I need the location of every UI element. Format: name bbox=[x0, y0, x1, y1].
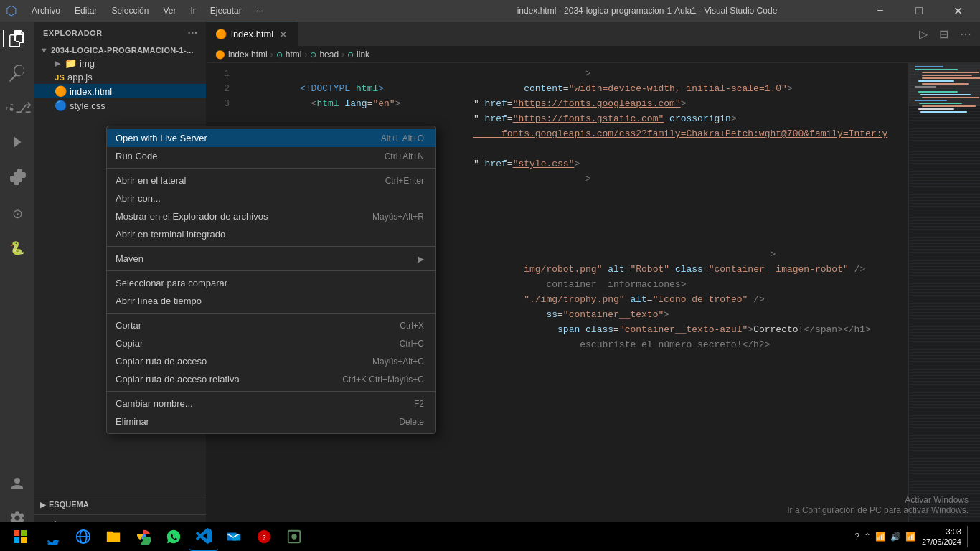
code-text: "en" bbox=[372, 98, 395, 109]
more-actions-icon[interactable]: ⋯ bbox=[957, 26, 974, 42]
vscode-taskbar-icon[interactable] bbox=[189, 522, 218, 551]
title-bar-left: ⬡ Archivo Editar Selección Ver Ir Ejecut… bbox=[6, 3, 430, 19]
snipping-taskbar-icon[interactable] bbox=[280, 522, 308, 551]
ctx-label: Abrir con... bbox=[116, 193, 418, 204]
code-text: <!DOCTYPE bbox=[300, 83, 356, 94]
edge-taskbar-icon[interactable] bbox=[39, 522, 67, 551]
html-tab-icon: 🟠 bbox=[215, 29, 227, 39]
ctx-shortcut: Delete bbox=[399, 417, 424, 427]
taskbar-time[interactable]: 3:03 27/06/2024 bbox=[922, 527, 961, 547]
chevron-up-icon[interactable]: ⌃ bbox=[864, 532, 871, 542]
menu-archivo[interactable]: Archivo bbox=[26, 4, 66, 17]
tab-bar: 🟠 index.html ✕ ▷ ⊟ ⋯ bbox=[207, 22, 980, 47]
ctx-divider-4 bbox=[107, 313, 435, 314]
menu-ver[interactable]: Ver bbox=[157, 4, 182, 17]
ctx-open-with[interactable]: Abrir con... bbox=[107, 189, 435, 207]
activity-extensions[interactable] bbox=[3, 162, 32, 191]
close-button[interactable]: ✕ bbox=[941, 0, 974, 22]
overlay-line-10 bbox=[465, 202, 896, 217]
unknown-taskbar-icon[interactable]: ? bbox=[250, 522, 278, 551]
ctx-select-compare[interactable]: Seleccionar para comparar bbox=[107, 274, 435, 292]
code-text: > bbox=[378, 83, 384, 94]
outlook-taskbar-icon[interactable] bbox=[220, 522, 248, 551]
ctx-rename[interactable]: Cambiar nombre... F2 bbox=[107, 395, 435, 413]
sidebar-item-img[interactable]: ▶ 📁 img bbox=[34, 56, 206, 70]
ctx-label: Copiar ruta de acceso relativa bbox=[116, 374, 336, 385]
start-button[interactable] bbox=[3, 522, 37, 551]
ctx-divider-2 bbox=[107, 246, 435, 247]
ctx-run-code[interactable]: Run Code Ctrl+Alt+N bbox=[107, 147, 435, 165]
split-editor-icon[interactable]: ⊟ bbox=[936, 26, 951, 42]
menu-more[interactable]: ··· bbox=[250, 4, 269, 17]
ctx-copy-relative-path[interactable]: Copiar ruta de acceso relativa Ctrl+K Ct… bbox=[107, 370, 435, 388]
explorer-label: Explorador bbox=[43, 29, 103, 37]
overlay-line-17: ss="container__texto"> bbox=[465, 307, 896, 322]
activity-source-control[interactable]: ⎇ bbox=[3, 93, 32, 122]
sidebar-item-label: index.html bbox=[70, 86, 112, 97]
help-icon[interactable]: ? bbox=[854, 532, 859, 542]
sidebar-item-appjs[interactable]: JS app.js bbox=[34, 70, 206, 84]
ctx-copy-path[interactable]: Copiar ruta de acceso Mayús+Alt+C bbox=[107, 352, 435, 370]
activity-search[interactable] bbox=[3, 59, 32, 88]
minimize-button[interactable]: − bbox=[864, 0, 897, 22]
breadcrumb: 🟠 index.html › ⊙ html › ⊙ head › ⊙ link bbox=[207, 47, 980, 63]
network-icon[interactable]: 📶 bbox=[875, 532, 886, 542]
ctx-shortcut: Ctrl+Enter bbox=[385, 176, 424, 186]
tab-close-button[interactable]: ✕ bbox=[278, 29, 289, 40]
ctx-copy[interactable]: Copiar Ctrl+C bbox=[107, 334, 435, 352]
signal-icon[interactable]: 📶 bbox=[905, 532, 916, 542]
ctx-label: Eliminar bbox=[116, 416, 393, 427]
overlay-line-11 bbox=[465, 217, 896, 232]
ctx-delete[interactable]: Eliminar Delete bbox=[107, 413, 435, 430]
activity-explorer[interactable] bbox=[3, 24, 32, 53]
ctx-divider-3 bbox=[107, 270, 435, 271]
ctx-cut[interactable]: Cortar Ctrl+X bbox=[107, 316, 435, 334]
whatsapp-taskbar-icon[interactable] bbox=[159, 522, 188, 551]
head-tag-icon: ⊙ bbox=[310, 50, 316, 60]
menu-ejecutar[interactable]: Ejecutar bbox=[204, 4, 248, 17]
ctx-shortcut: Ctrl+X bbox=[400, 321, 424, 331]
ctx-open-live-server[interactable]: Open with Live Server Alt+L Alt+O bbox=[107, 129, 435, 147]
svg-rect-2 bbox=[14, 537, 19, 543]
menu-editar[interactable]: Editar bbox=[69, 4, 103, 17]
ctx-show-explorer[interactable]: Mostrar en el Explorador de archivos May… bbox=[107, 207, 435, 225]
tab-indexhtml[interactable]: 🟠 index.html ✕ bbox=[207, 22, 298, 47]
show-desktop-icon[interactable] bbox=[967, 526, 971, 547]
activity-run[interactable] bbox=[3, 128, 32, 156]
date-display: 27/06/2024 bbox=[922, 537, 961, 547]
sidebar-item-stylecss[interactable]: 🔵 style.css bbox=[34, 98, 206, 113]
chevron-right-icon: ▶ bbox=[40, 501, 46, 509]
chevron-right-icon: ▶ bbox=[55, 59, 60, 68]
menu-seleccion[interactable]: Selección bbox=[105, 4, 154, 17]
root-folder[interactable]: ▼ 2034-LOGICA-PROGRAMACION-1-... bbox=[34, 44, 206, 56]
schema-section: ▶ ESQUEMA bbox=[34, 494, 206, 514]
ctx-maven[interactable]: Maven ▶ bbox=[107, 250, 435, 268]
run-icon[interactable]: ▷ bbox=[916, 26, 930, 42]
ctx-open-timeline[interactable]: Abrir línea de tiempo bbox=[107, 292, 435, 310]
activity-git[interactable]: ⊙ bbox=[3, 199, 32, 228]
breadcrumb-head[interactable]: head bbox=[319, 50, 339, 60]
ctx-shortcut: Ctrl+Alt+N bbox=[385, 151, 424, 161]
volume-icon[interactable]: 🔊 bbox=[890, 532, 901, 542]
code-text: lang bbox=[339, 98, 367, 109]
sidebar-item-indexhtml[interactable]: 🟠 index.html bbox=[34, 84, 206, 98]
overlay-line-16: "./img/trophy.png" alt="Icono de trofeo"… bbox=[465, 292, 896, 307]
maximize-button[interactable]: □ bbox=[903, 0, 936, 22]
ctx-open-terminal[interactable]: Abrir en terminal integrado bbox=[107, 225, 435, 243]
menu-ir[interactable]: Ir bbox=[184, 4, 201, 17]
schema-header[interactable]: ▶ ESQUEMA bbox=[34, 497, 206, 512]
ie-taskbar-icon[interactable] bbox=[69, 522, 98, 551]
activity-account[interactable] bbox=[3, 469, 32, 498]
ctx-open-lateral[interactable]: Abrir en el lateral Ctrl+Enter bbox=[107, 171, 435, 189]
fileexplorer-taskbar-icon[interactable] bbox=[99, 522, 128, 551]
sidebar-more-icon[interactable]: ⋯ bbox=[187, 27, 198, 39]
breadcrumb-html[interactable]: html bbox=[286, 50, 302, 60]
code-line-1: <!DOCTYPE html> bbox=[235, 66, 908, 81]
svg-rect-0 bbox=[14, 530, 19, 536]
chrome-taskbar-icon[interactable] bbox=[129, 522, 158, 551]
activity-python[interactable]: 🐍 bbox=[3, 234, 32, 263]
breadcrumb-file[interactable]: index.html bbox=[228, 50, 268, 60]
svg-text:?: ? bbox=[262, 534, 265, 541]
folder-icon: 📁 bbox=[65, 57, 77, 69]
overlay-line-12 bbox=[465, 232, 896, 247]
